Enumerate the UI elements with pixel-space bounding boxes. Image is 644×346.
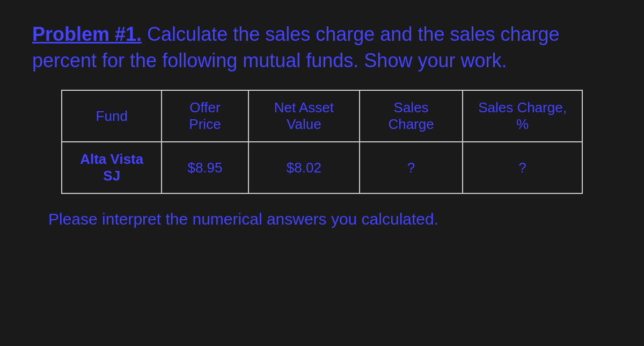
col-header-sales-charge: Sales Charge (360, 90, 463, 142)
col-header-offer-price: Offer Price (162, 90, 248, 142)
table-header-row: Fund Offer Price Net Asset Value Sales C… (62, 90, 582, 142)
col-header-fund: Fund (62, 90, 162, 142)
cell-sales-charge: ? (360, 142, 463, 193)
problem-statement: Problem #1. Calculate the sales charge a… (32, 21, 612, 74)
cell-offer-price: $8.95 (162, 142, 248, 193)
cell-fund-name: Alta Vista SJ (62, 142, 162, 193)
cell-sales-charge-pct: ? (463, 142, 582, 193)
table-row: Alta Vista SJ $8.95 $8.02 ? ? (62, 142, 582, 193)
col-header-nav: Net Asset Value (248, 90, 360, 142)
problem-label: Problem #1. (32, 23, 142, 45)
mutual-funds-table: Fund Offer Price Net Asset Value Sales C… (61, 90, 583, 194)
cell-nav: $8.02 (248, 142, 360, 193)
footer-text: Please interpret the numerical answers y… (32, 210, 612, 228)
content-wrapper: Problem #1. Calculate the sales charge a… (32, 21, 612, 228)
col-header-sales-charge-pct: Sales Charge, % (463, 90, 582, 142)
